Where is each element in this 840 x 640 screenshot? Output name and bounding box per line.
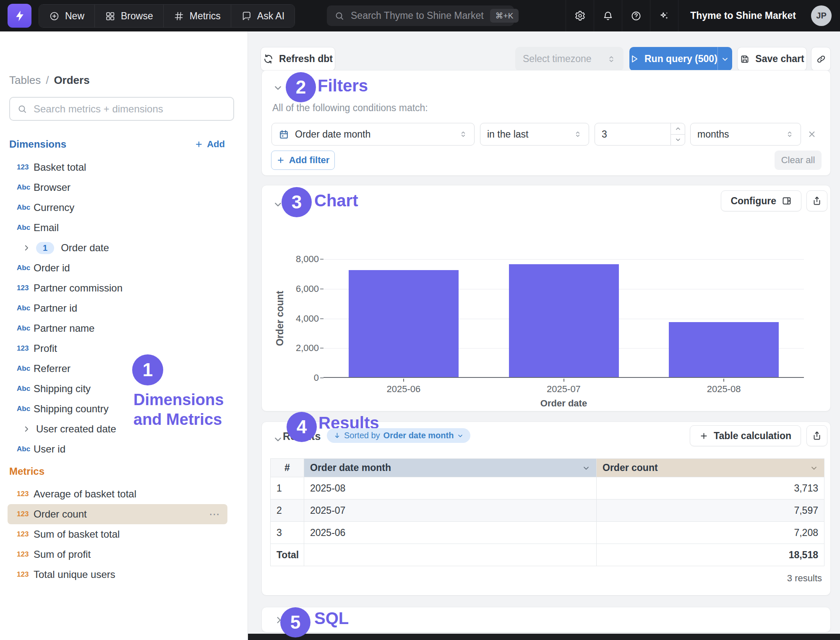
- table-calculation-button[interactable]: Table calculation: [690, 425, 801, 446]
- help-button[interactable]: [622, 0, 650, 31]
- sidebar-item-user-id[interactable]: AbcUser id: [8, 439, 227, 459]
- metrics-button[interactable]: Metrics: [164, 5, 231, 27]
- y-tick-label: 2,000: [279, 343, 319, 354]
- sidebar-item-label: Average of basket total: [34, 488, 136, 500]
- sidebar-item-average-of-basket-total[interactable]: 123Average of basket total: [8, 484, 227, 504]
- order-count-cell[interactable]: 7,208: [597, 522, 824, 544]
- text-type-icon: Abc: [17, 324, 34, 333]
- order-count-cell[interactable]: 7,597: [597, 500, 824, 522]
- notifications-button[interactable]: [594, 0, 622, 31]
- save-chart-button[interactable]: Save chart: [737, 47, 807, 71]
- sorted-by-pill[interactable]: Sorted by Order date month: [327, 428, 470, 443]
- copy-link-button[interactable]: [811, 47, 831, 71]
- arrow-down-icon: [334, 432, 341, 439]
- filter-value-input[interactable]: 3: [595, 123, 685, 146]
- filter-unit-value: months: [697, 129, 780, 140]
- sidebar-item-browser[interactable]: AbcBrowser: [8, 177, 227, 198]
- chevron-down-icon[interactable]: [582, 464, 590, 472]
- sidebar-item-profit[interactable]: 123Profit: [8, 338, 227, 359]
- annotation-3-number: 3: [292, 192, 302, 213]
- y-tick-label: 0: [279, 372, 319, 383]
- sidebar-item-email[interactable]: AbcEmail: [8, 218, 227, 238]
- number-type-icon: 123: [17, 550, 34, 559]
- filter-operator-select[interactable]: in the last: [480, 123, 589, 146]
- run-query-main[interactable]: Run query (500): [629, 47, 717, 71]
- stepper-up-icon[interactable]: [671, 123, 685, 135]
- sidebar-item-order-id[interactable]: AbcOrder id: [8, 258, 227, 278]
- filter-field-select[interactable]: Order date month: [271, 123, 475, 146]
- annotation-4-number: 4: [297, 416, 307, 437]
- app-logo[interactable]: [8, 4, 31, 28]
- annotation-1-circle: 1: [132, 354, 163, 385]
- refresh-dbt-button[interactable]: Refresh dbt: [261, 47, 335, 71]
- sql-section-title: SQL: [314, 609, 349, 628]
- run-query-dropdown-toggle[interactable]: [717, 47, 732, 71]
- dimensions-title: Dimensions: [9, 138, 66, 150]
- export-results-button[interactable]: [806, 425, 827, 446]
- sidebar-item-label: User created date: [36, 423, 116, 435]
- number-type-icon: 123: [17, 570, 34, 579]
- sparkles-icon: [659, 10, 670, 21]
- bar-2025-08[interactable]: [669, 322, 779, 377]
- sidebar-item-sum-of-basket-total[interactable]: 123Sum of basket total: [8, 524, 227, 544]
- sidebar-item-partner-commission[interactable]: 123Partner commission: [8, 278, 227, 298]
- chevron-right-icon[interactable]: [17, 244, 36, 252]
- app-window: New Browse Metrics Ask AI: [0, 0, 840, 640]
- order-date-month-cell[interactable]: 2025-07: [304, 500, 597, 522]
- sidebar-item-referrer[interactable]: AbcReferrer: [8, 359, 227, 379]
- ai-assistant-button[interactable]: [650, 0, 678, 31]
- bar-2025-06[interactable]: [349, 270, 459, 377]
- calendar-icon: [279, 129, 289, 140]
- text-type-icon: Abc: [17, 385, 34, 393]
- dimensions-header: Dimensions Add: [9, 138, 225, 150]
- order-count-column-header[interactable]: Order count: [597, 459, 824, 477]
- filter-operator-value: in the last: [487, 129, 568, 140]
- clear-all-button[interactable]: Clear all: [775, 151, 822, 170]
- x-tick-mark: [723, 379, 724, 382]
- chevron-right-icon[interactable]: [17, 425, 36, 433]
- sidebar-item-sum-of-profit[interactable]: 123Sum of profit: [8, 544, 227, 565]
- timezone-select[interactable]: Select timezone: [515, 47, 623, 71]
- org-name[interactable]: Thyme to Shine Market: [678, 0, 808, 31]
- bar-2025-07[interactable]: [509, 264, 619, 377]
- sidebar-item-order-date[interactable]: 1Order date: [8, 238, 227, 258]
- more-options-icon[interactable]: ⋯: [209, 508, 227, 521]
- global-search-input[interactable]: Search Thyme to Shine Market ⌘+K: [327, 5, 514, 26]
- order-date-month-cell[interactable]: 2025-06: [304, 522, 597, 544]
- number-type-icon: 123: [17, 510, 34, 518]
- order-date-month-column-header[interactable]: Order date month: [304, 459, 597, 477]
- ask-ai-button[interactable]: Ask AI: [231, 5, 295, 27]
- breadcrumb-separator: /: [46, 74, 49, 86]
- remove-filter-button[interactable]: [806, 128, 818, 140]
- browse-button[interactable]: Browse: [95, 5, 164, 27]
- sidebar-item-partner-id[interactable]: AbcPartner id: [8, 298, 227, 318]
- sidebar-item-partner-name[interactable]: AbcPartner name: [8, 318, 227, 338]
- user-avatar[interactable]: JP: [811, 5, 832, 26]
- row-index-cell: 3: [271, 522, 304, 544]
- number-stepper[interactable]: [670, 123, 685, 145]
- help-circle-icon: [631, 10, 642, 21]
- sidebar-item-currency[interactable]: AbcCurrency: [8, 198, 227, 218]
- order-date-month-cell[interactable]: 2025-08: [304, 477, 597, 500]
- chevron-down-icon[interactable]: [810, 464, 818, 472]
- stepper-down-icon[interactable]: [671, 135, 685, 146]
- sidebar-item-label: Order id: [34, 262, 70, 274]
- run-query-button[interactable]: Run query (500): [629, 47, 732, 71]
- filter-unit-select[interactable]: months: [690, 123, 801, 146]
- new-button[interactable]: New: [39, 5, 95, 27]
- settings-button[interactable]: [566, 0, 594, 31]
- chevron-down-icon: [721, 55, 729, 63]
- results-collapse-chevron-icon[interactable]: [273, 434, 283, 444]
- link-icon: [816, 54, 826, 64]
- order-count-cell[interactable]: 3,713: [597, 477, 824, 500]
- sidebar-item-order-count[interactable]: 123Order count⋯: [8, 504, 227, 524]
- add-dimension-button[interactable]: Add: [195, 139, 225, 150]
- total-empty-cell: [304, 544, 597, 566]
- filters-collapse-chevron-icon[interactable]: [273, 83, 283, 93]
- add-filter-button[interactable]: Add filter: [271, 151, 335, 170]
- breadcrumb-tables-link[interactable]: Tables: [9, 74, 41, 86]
- fields-search-input[interactable]: Search metrics + dimensions: [9, 97, 234, 121]
- sidebar-item-label: Total unique users: [34, 569, 115, 580]
- sidebar-item-basket-total[interactable]: 123Basket total: [8, 157, 227, 177]
- sidebar-item-total-unique-users[interactable]: 123Total unique users: [8, 565, 227, 585]
